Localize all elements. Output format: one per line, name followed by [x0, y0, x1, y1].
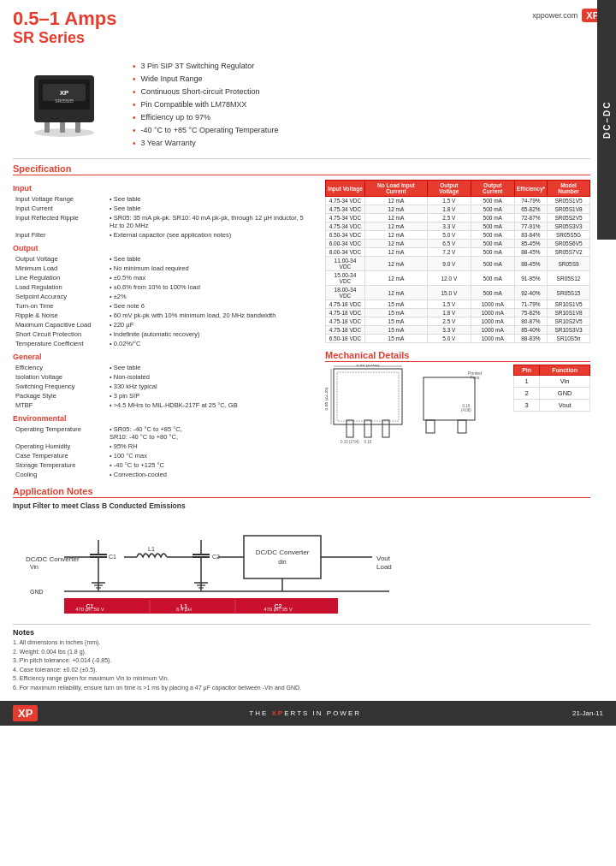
table-cell: 12 mA — [364, 214, 427, 222]
model-table-header: No Load Input Current — [364, 181, 427, 197]
spec-label: Short Circuit Protection — [13, 329, 107, 339]
spec-value: • ±2% — [107, 292, 312, 301]
table-cell: 6.50-34 VDC — [326, 231, 365, 240]
table-cell: 1000 mA — [471, 335, 514, 343]
spec-row: Maximum Capacitive Load• 220 µF — [13, 320, 312, 329]
table-row: 18.00-34 VDC12 mA15.0 V500 mA92-40%SR05S… — [326, 286, 590, 300]
bullet: • — [133, 87, 136, 97]
spec-label: Package Style — [13, 391, 107, 400]
spec-row: Ripple & Noise• 60 mV pk-pk with 10% min… — [13, 311, 312, 320]
website-url: xppower.com — [532, 11, 578, 20]
table-cell: SR05S7V2 — [548, 248, 590, 257]
mechanical-diagram: 0.93 (23.62) 0.88 (22.35) 0.10 (2.54) 0.… — [325, 365, 505, 477]
spec-value: • See table — [107, 204, 312, 213]
footer-date: 21-Jan-11 — [572, 709, 603, 717]
spec-row: Isolation Voltage• Non-isolated — [13, 372, 312, 382]
pin-row: 1Vin — [514, 376, 590, 388]
table-cell: SR05S3V3 — [548, 222, 590, 231]
table-cell: 77-91% — [514, 222, 547, 231]
feature-item: •3 Year Warranty — [133, 137, 569, 150]
table-cell: 15.0 V — [427, 286, 471, 300]
svg-text:L1: L1 — [148, 546, 155, 552]
spec-row: Output Voltage• See table — [13, 254, 312, 264]
table-cell: 88-45% — [514, 257, 547, 271]
table-cell: 5.0 V — [427, 231, 471, 240]
spec-value: • See table — [107, 254, 312, 264]
feature-text: Wide Input Range — [141, 74, 203, 84]
svg-rect-10 — [337, 372, 399, 421]
general-spec-table: Efficiency• See tableIsolation Voltage• … — [13, 363, 312, 410]
app-notes-section: Application Notes Input Filter to meet C… — [13, 486, 590, 617]
pin-table-container: PinFunction1Vin2GND3Vout — [513, 365, 590, 412]
svg-text:GND: GND — [30, 589, 44, 595]
main-content: XP SR05S05 •3 Pin SIP 3T Switching Regul… — [0, 51, 616, 692]
svg-text:470 pF, 50 V: 470 pF, 50 V — [75, 607, 104, 612]
svg-text:XP: XP — [60, 89, 69, 97]
spec-label: Output Voltage — [13, 254, 107, 264]
environmental-heading: Environmental — [13, 414, 312, 423]
table-cell: 3.3 V — [427, 222, 471, 231]
header-right: xppower.com XP — [532, 9, 603, 22]
mechanical-section: Mechanical Details — [325, 350, 590, 477]
general-heading: General — [13, 353, 312, 361]
spec-label: Input Current — [13, 204, 107, 213]
spec-value: • 3 pin SIP — [107, 391, 312, 400]
spec-row: Cooling• Convection-cooled — [13, 470, 312, 479]
spec-row: Temperature Coefficient• 0.02%/°C — [13, 339, 312, 348]
note-item: 6. For maximum reliability, ensure turn … — [13, 684, 590, 693]
table-cell: 12 mA — [364, 231, 427, 240]
spec-value: • ±0.6% from 10% to 100% load — [107, 282, 312, 292]
svg-rect-3 — [75, 121, 80, 133]
table-cell: 92-40% — [514, 286, 547, 300]
spec-value: • Non-isolated — [107, 372, 312, 382]
spec-label: Temperature Coefficient — [13, 339, 107, 348]
svg-rect-51 — [244, 536, 321, 578]
table-cell: 12 mA — [364, 240, 427, 248]
note-item: 4. Case tolerance: ±0.02 (±0.5). — [13, 666, 590, 675]
spec-heading: Specification — [13, 163, 590, 175]
spec-value: • ±0.5% max — [107, 273, 312, 282]
feature-item: •Pin Compatible with LM78MXX — [133, 98, 569, 111]
spec-value: • SR05: -40 °C to +85 °C, SR10: -40 °C t… — [107, 424, 312, 442]
tagline-post: ERTS IN POWER — [284, 709, 361, 717]
spec-label: Isolation Voltage — [13, 372, 107, 382]
spec-row: Input Voltage Range• See table — [13, 194, 312, 204]
mechanical-content: 0.93 (23.62) 0.88 (22.35) 0.10 (2.54) 0.… — [325, 365, 590, 477]
tagline-highlight: XP — [272, 709, 285, 717]
table-cell: 72-87% — [514, 214, 547, 222]
table-cell: 4.75-34 VDC — [326, 222, 365, 231]
table-row: 6.00-34 VDC12 mA6.5 V500 mA85-45%SR05S6V… — [326, 240, 590, 248]
spec-label: Ripple & Noise — [13, 311, 107, 320]
footer-tagline: THE XPERTS IN POWER — [249, 709, 361, 717]
pin-function: Vout — [540, 400, 590, 412]
table-cell: 500 mA — [471, 205, 514, 214]
svg-text:Load: Load — [376, 563, 392, 571]
feature-item: •Wide Input Range — [133, 73, 569, 86]
table-cell: 15 mA — [364, 309, 427, 317]
notes-heading: Notes — [13, 628, 590, 637]
svg-text:Face: Face — [470, 375, 479, 380]
svg-text:0.88 (22.35): 0.88 (22.35) — [325, 387, 329, 410]
table-cell: 1.5 V — [427, 197, 471, 205]
table-cell: 500 mA — [471, 231, 514, 240]
spec-label: Maximum Capacitive Load — [13, 320, 107, 329]
table-cell: SR05S9 — [548, 257, 590, 271]
top-section: XP SR05S05 •3 Pin SIP 3T Switching Regul… — [13, 51, 590, 150]
spec-row: Package Style• 3 pin SIP — [13, 391, 312, 400]
table-cell: 7.2 V — [427, 248, 471, 257]
environmental-spec-table: Operating Temperature• SR05: -40 °C to +… — [13, 424, 312, 479]
table-cell: 500 mA — [471, 240, 514, 248]
product-image-area: XP SR05S05 — [13, 51, 116, 150]
mechanical-heading: Mechanical Details — [325, 350, 590, 362]
pin-table-header: Function — [540, 365, 590, 376]
svg-text:0.10: 0.10 — [364, 440, 372, 444]
footer-logo: XP — [13, 705, 38, 721]
spec-label: Input Filter — [13, 230, 107, 240]
table-row: 4.75-34 VDC12 mA2.5 V500 mA72-87%SR05S2V… — [326, 214, 590, 222]
table-row: 4.75-18 VDC15 mA1.8 V1000 mA75-82%SR10S1… — [326, 309, 590, 317]
table-cell: 1000 mA — [471, 300, 514, 309]
table-cell: 9.0 V — [427, 257, 471, 271]
pin-number: 1 — [514, 376, 540, 388]
table-cell: 500 mA — [471, 214, 514, 222]
input-spec-table: Input Voltage Range• See tableInput Curr… — [13, 194, 312, 240]
